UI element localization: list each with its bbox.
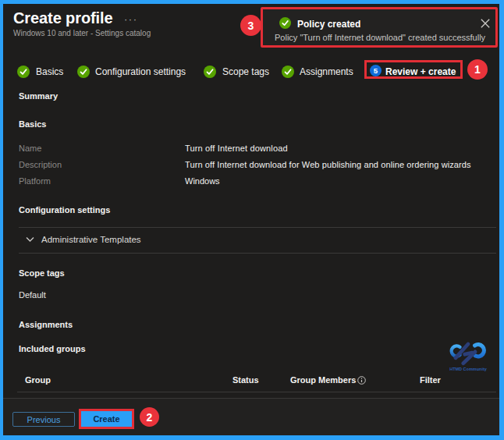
svg-text:HTMD Community: HTMD Community [449,367,488,371]
svg-text:5: 5 [374,66,378,75]
